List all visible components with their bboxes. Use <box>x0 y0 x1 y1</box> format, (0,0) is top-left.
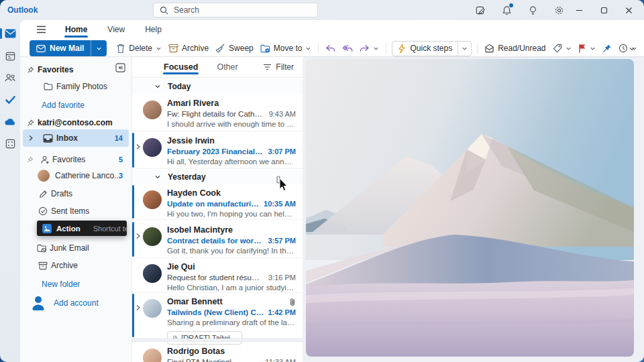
favorites-section-header[interactable]: Favorites <box>23 62 129 78</box>
mail-icon <box>36 45 46 52</box>
flag-button[interactable] <box>575 41 599 56</box>
chevron-down-icon <box>566 46 572 52</box>
settings-gear-icon[interactable] <box>553 4 565 16</box>
rail-mail-icon[interactable] <box>0 25 20 42</box>
rail-onedrive-icon[interactable] <box>0 113 20 130</box>
message-row[interactable]: Jessie Irwin February 2023 Financial Res… <box>132 132 303 169</box>
flag-icon <box>578 44 586 53</box>
read-unread-button[interactable]: Read/Unread <box>481 41 549 56</box>
reading-pane-image <box>306 59 634 357</box>
avatar <box>143 227 162 246</box>
message-row[interactable]: Rodrigo Botas Final PTA Meeting! 11:33 A… <box>132 343 303 362</box>
avatar <box>143 190 162 209</box>
snooze-button[interactable] <box>615 41 641 56</box>
unread-indicator <box>132 133 134 168</box>
image-icon <box>42 224 52 233</box>
maximize-icon[interactable] <box>592 0 616 20</box>
pin-button[interactable] <box>599 41 615 56</box>
tab-other[interactable]: Other <box>216 58 238 76</box>
avatar <box>143 264 162 283</box>
tab-view[interactable]: View <box>106 21 126 38</box>
folder-junk-email[interactable]: Junk Email <box>23 240 129 256</box>
folder-inbox[interactable]: Inbox 14 <box>23 129 129 147</box>
message-row[interactable]: Amari Rivera Fw: Flight details for Cath… <box>132 95 303 131</box>
chevron-down-icon <box>154 83 161 90</box>
close-icon[interactable] <box>616 0 641 20</box>
tips-icon[interactable] <box>527 4 539 16</box>
rail-apps-icon[interactable] <box>0 135 20 152</box>
collapse-folder-pane-icon[interactable] <box>115 63 125 72</box>
search-placeholder: Search <box>174 5 199 15</box>
message-list-header: Focused Other Filter <box>132 57 303 78</box>
person-add-icon <box>23 295 54 311</box>
reply-all-arrow-icon <box>342 44 353 53</box>
rules-button[interactable] <box>641 42 644 56</box>
message-row[interactable]: Omar Bennett Tailwinds (New Client) Cont… <box>132 293 303 339</box>
chevron-down-icon <box>156 46 162 52</box>
inbox-count: 14 <box>115 134 123 142</box>
tab-home[interactable]: Home <box>64 21 89 38</box>
app-title: Outlook <box>7 5 38 15</box>
list-section-divider <box>132 339 303 342</box>
folder-favorites-people[interactable]: Favorites 5 <box>23 152 129 168</box>
lightning-icon <box>398 44 406 54</box>
reply-button[interactable] <box>322 42 339 56</box>
check-circle-icon <box>35 206 51 216</box>
sweep-button[interactable]: Sweep <box>212 41 257 56</box>
chevron-down-icon <box>154 174 161 180</box>
catherine-count: 3 <box>119 172 123 180</box>
folder-catherine[interactable]: Catherine Lanco... 3 <box>23 168 129 184</box>
message-row[interactable]: Isobel Macintyre Contract details for wo… <box>132 221 303 258</box>
filter-button[interactable]: Filter <box>263 62 294 72</box>
outlook-window: Outlook Search <box>0 0 644 362</box>
message-list: Focused Other Filter Today Amari Rivera … <box>131 57 303 362</box>
junk-folder-icon <box>34 244 50 253</box>
search-input[interactable]: Search <box>153 3 318 17</box>
archive-button[interactable]: Archive <box>165 41 212 56</box>
expand-conversation-icon[interactable] <box>136 143 141 150</box>
feedback-icon[interactable] <box>474 4 486 16</box>
ribbon-menu-button[interactable] <box>36 25 46 34</box>
folder-family-photos[interactable]: Family Photos <box>23 78 129 95</box>
pin-icon <box>602 44 612 53</box>
message-row[interactable]: Jie Qui Request for student résumé revie… <box>132 258 303 293</box>
chevron-down-icon <box>305 46 311 52</box>
rail-todo-icon[interactable] <box>0 91 20 109</box>
folder-drafts[interactable]: Drafts <box>23 186 129 202</box>
folder-archive[interactable]: Archive <box>23 257 129 274</box>
ribbon-collapse-chevron[interactable] <box>629 46 635 52</box>
unread-indicator <box>132 294 134 337</box>
rail-selection-indicator <box>0 28 2 39</box>
avatar <box>143 349 162 362</box>
group-header-today[interactable]: Today <box>132 79 303 94</box>
add-favorite-button[interactable]: Add favorite <box>23 97 129 113</box>
new-mail-button[interactable]: New Mail <box>30 40 107 56</box>
avatar <box>143 138 162 157</box>
delete-button[interactable]: Delete <box>113 41 165 56</box>
reply-arrow-icon <box>325 44 335 53</box>
add-account-button[interactable]: Add account <box>23 293 129 313</box>
chevron-right-icon[interactable] <box>23 135 39 141</box>
new-mail-dropdown[interactable] <box>91 40 107 56</box>
chevron-down-icon <box>373 46 379 52</box>
folder-sent-items[interactable]: Sent Items <box>23 203 129 219</box>
clock-icon <box>619 44 628 53</box>
minimize-icon[interactable] <box>567 0 592 20</box>
expand-conversation-icon[interactable] <box>136 304 141 311</box>
tag-button[interactable] <box>549 41 575 56</box>
tab-focused[interactable]: Focused <box>163 58 199 76</box>
reply-all-button[interactable] <box>339 42 356 56</box>
account-header[interactable]: katri@contoso.com <box>23 115 129 131</box>
quick-steps-dropdown[interactable] <box>458 42 471 56</box>
move-to-button[interactable]: Move to <box>257 41 315 56</box>
notifications-icon[interactable] <box>500 4 513 16</box>
rail-people-icon[interactable] <box>0 69 20 86</box>
move-folder-icon <box>260 44 270 53</box>
expand-conversation-icon[interactable] <box>136 233 141 239</box>
tab-help[interactable]: Help <box>144 21 163 38</box>
rail-calendar-icon[interactable] <box>0 47 20 64</box>
pin-icon <box>23 66 38 74</box>
new-folder-button[interactable]: New folder <box>23 276 129 292</box>
quick-steps-button[interactable]: Quick steps <box>392 41 472 56</box>
forward-button[interactable] <box>356 42 382 56</box>
